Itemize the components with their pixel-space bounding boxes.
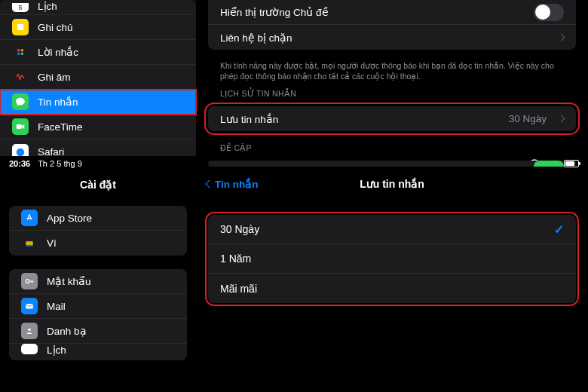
messages-settings-panel: Hiển thị trường Chủ đề Liên hệ bị chặn K…	[196, 0, 588, 156]
sidebar-item-label: Ghi âm	[38, 72, 71, 83]
svg-rect-9	[26, 244, 32, 246]
option-forever[interactable]: Mãi mãi	[208, 274, 576, 303]
svg-point-1	[17, 49, 20, 52]
sidebar-item-calendar[interactable]: Lịch	[9, 344, 187, 360]
row-show-subject[interactable]: Hiển thị trường Chủ đề	[208, 0, 576, 25]
svg-point-6	[17, 148, 25, 156]
chevron-right-icon	[558, 115, 565, 123]
sidebar-item-label: Ví	[47, 237, 57, 249]
sidebar-item-label: App Store	[47, 213, 92, 224]
row-label: Liên hệ bị chặn	[220, 32, 292, 44]
passwords-icon	[21, 273, 38, 289]
option-label: 1 Năm	[220, 253, 251, 265]
sidebar-item-facetime[interactable]: FaceTime	[0, 115, 196, 139]
section-header-history: LỊCH SỬ TIN NHẮN	[196, 83, 588, 100]
voicememo-icon	[12, 69, 29, 85]
row-label: Lưu tin nhắn	[220, 113, 278, 125]
status-date: Th 2 5 thg 9	[38, 159, 82, 168]
svg-rect-7	[26, 241, 32, 243]
sidebar-item-label: Lời nhắc	[38, 46, 78, 58]
wallet-icon	[21, 235, 38, 252]
keep-options-group: 30 Ngày ✓ 1 Năm Mãi mãi	[208, 215, 576, 303]
notes-icon	[12, 19, 29, 35]
toggle-partial	[534, 161, 564, 167]
option-30-days[interactable]: 30 Ngày ✓	[208, 215, 576, 244]
option-label: Mãi mãi	[220, 283, 257, 295]
svg-point-3	[17, 53, 20, 56]
appstore-icon	[21, 210, 38, 226]
sidebar-item-mail[interactable]: Mail	[9, 294, 187, 319]
row-label: Hiển thị trường Chủ đề	[220, 6, 329, 18]
svg-rect-5	[17, 124, 22, 129]
nav-bar: Tin nhắn Lưu tin nhắn	[196, 171, 588, 197]
sidebar-item-contacts[interactable]: Danh bạ	[9, 319, 187, 344]
settings-sidebar: 5 Lịch Ghi chú Lời nhắc Ghi âm Tin nhắn …	[0, 0, 196, 156]
sidebar-item-label: Danh bạ	[47, 325, 87, 337]
battery-icon	[564, 160, 579, 167]
row-blocked-contacts[interactable]: Liên hệ bị chặn	[208, 25, 576, 50]
sidebar-item-voicememo[interactable]: Ghi âm	[0, 65, 196, 90]
chevron-left-icon	[205, 179, 213, 188]
contacts-icon	[21, 323, 38, 339]
svg-rect-0	[17, 24, 23, 30]
sidebar-item-label: Mật khẩu	[47, 275, 91, 287]
option-label: 30 Ngày	[220, 223, 259, 235]
sidebar-item-label: Lịch	[38, 0, 57, 12]
back-button[interactable]: Tin nhắn	[207, 178, 259, 190]
svg-rect-8	[26, 243, 32, 244]
chevron-right-icon	[558, 34, 565, 41]
section-header-mention: ĐỀ CẬP	[196, 137, 588, 155]
status-bar: 20:36 Th 2 5 thg 9	[0, 156, 196, 171]
back-label: Tin nhắn	[215, 178, 259, 190]
checkmark-icon: ✓	[554, 222, 564, 237]
page-title: Lưu tin nhắn	[360, 178, 424, 190]
sidebar-item-messages[interactable]: Tin nhắn	[0, 90, 196, 115]
row-keep-messages[interactable]: Lưu tin nhắn 30 Ngày	[208, 106, 576, 131]
row-value: 30 Ngày	[509, 113, 547, 124]
calendar-icon	[21, 344, 38, 354]
reminders-icon	[12, 44, 29, 60]
sidebar-item-label: FaceTime	[38, 121, 83, 133]
toggle-show-subject[interactable]	[534, 4, 564, 21]
svg-point-4	[21, 53, 23, 56]
sidebar-item-label: Ghi chú	[38, 22, 73, 33]
sidebar-item-label: Lịch	[47, 344, 66, 356]
option-1-year[interactable]: 1 Năm	[208, 244, 576, 274]
svg-point-12	[28, 329, 31, 332]
sidebar-item-appstore[interactable]: App Store	[9, 206, 187, 231]
messages-icon	[12, 93, 29, 110]
settings-title: Cài đặt	[0, 171, 196, 198]
sidebar-item-label: Mail	[47, 301, 66, 312]
sidebar-item-reminders[interactable]: Lời nhắc	[0, 40, 196, 65]
sidebar-item-calendar[interactable]: 5 Lịch	[0, 0, 196, 15]
settings-sidebar: 20:36 Th 2 5 thg 9 Cài đặt App Store Ví …	[0, 156, 196, 392]
mail-icon	[21, 298, 38, 314]
sidebar-item-label: Tin nhắn	[38, 96, 78, 108]
svg-point-10	[26, 280, 29, 283]
setting-description: Khi tính năng này được bật, mọi người đư…	[196, 56, 588, 83]
keep-messages-panel: 67% Tin nhắn Lưu tin nhắn 30 Ngày ✓ 1 Nă…	[196, 156, 588, 392]
sidebar-item-notes[interactable]: Ghi chú	[0, 15, 196, 40]
status-time: 20:36	[9, 159, 30, 168]
facetime-icon	[12, 118, 29, 135]
svg-point-2	[21, 49, 23, 52]
sidebar-item-passwords[interactable]: Mật khẩu	[9, 269, 187, 294]
sidebar-item-wallet[interactable]: Ví	[9, 231, 187, 256]
calendar-icon: 5	[12, 3, 29, 12]
